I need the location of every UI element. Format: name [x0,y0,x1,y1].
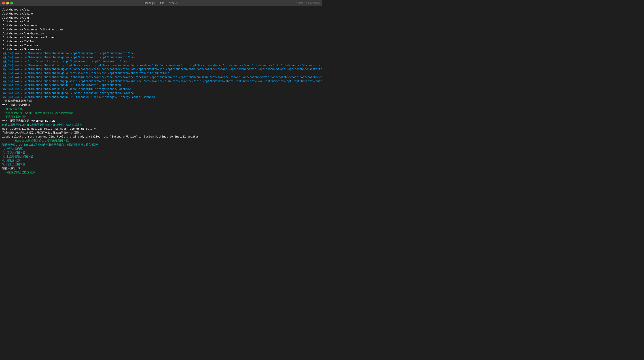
terminal-line: /opt/homebrew/share/zsh/site-functions [2,28,320,32]
terminal-line: /opt/homebrew/Cellar [2,40,320,44]
terminal-line: 如果需要Core、Cask、services的话，输入Y继续克隆 [2,111,320,116]
terminal-line: 你选择了阿里巴巴国内源 [2,171,320,175]
terminal-line: Homebrew已经安装成功，接下来配置国内源。 [2,139,320,143]
terminal-line: 请输入序号：5 [2,167,320,171]
minimize-button[interactable] [6,2,9,4]
terminal-line: 4、腾讯国内源 [2,159,320,163]
terminal-line: /opt/homebrew/Frameworks [2,48,320,52]
terminal-line: 1、中科大国内源 [2,147,320,151]
terminal-line: 2、清华大学国内源 [2,151,320,155]
terminal-line: /opt/homebrew/var/homebrew [2,32,320,36]
traffic-lights [2,2,13,4]
terminal-line: 运行代码 ==> /usr/bin/sudo /bin/mkdir -p /op… [2,64,320,68]
terminal-line: /opt/homebrew/Caskroom [2,44,320,48]
terminal-line: 运行代码 ==> /usr/bin/sudo /bin/chmod g+rwx … [2,92,320,96]
terminal-line: 运行代码 ==> /usr/bin/sudo /bin/chmod ug=rwx… [2,68,320,72]
terminal-line: ==> 创建brew的替身 [2,103,320,107]
terminal-line: 运行代码 ==> /usr/bin/sudo /bin/mkdir -p /Us… [2,88,320,92]
terminal-line: sed: /Users/lishanqiu/.zprofile: No such… [2,127,320,131]
terminal-line: brew下载完成。 [2,107,320,111]
watermark-text: CSDN Q:1356563120 [296,2,320,4]
terminal-line: ==> 配置国内镜像源 HOMEBREW BOTTLE [2,119,320,123]
title-bar: lishanqiu — -zsh — 202×55 CSDN Q:1356563… [0,0,322,6]
terminal-line: 运行代码 ==> /usr/bin/sudo /usr/sbin/chown l… [2,76,320,80]
close-button[interactable] [2,2,5,4]
terminal-content[interactable]: /opt/homebrew/sbin/opt/homebrew/share/op… [0,6,322,180]
terminal-line: 运行代码 ==> /usr/bin/sudo /bin/chmod go-w /… [2,72,320,76]
terminal-line: /opt/homebrew/share [2,12,320,16]
terminal-line: 运行代码 ==> /usr/bin/sudo /bin/chmod u+rwx … [2,52,320,56]
terminal-line: 不需要的回车跳过： [2,115,320,119]
terminal-line: /opt/homebrew/sbin [2,8,320,12]
terminal-line: 运行代码 ==> /usr/bin/sudo /usr/sbin/chgrp a… [2,80,320,84]
terminal-line: xcode-select: error: command line tools … [2,135,320,139]
terminal-line: /opt/homebrew/opt [2,20,320,24]
terminal-line: 运行代码 ==> /usr/sbin/chown lishanqiu /opt/… [2,60,320,64]
terminal-line: /opt/homebrew/var/homebrew/linked [2,36,320,40]
terminal-line: 运行代码 ==> /usr/bin/sudo /usr/sbin/chown -… [2,84,320,88]
terminal-window: lishanqiu — -zsh — 202×55 CSDN Q:1356563… [0,0,322,180]
terminal-line: 运行代码 ==> /usr/bin/sudo /bin/chmod g+rwx … [2,56,320,60]
terminal-line: 一依赖目录脚本运行完成 [2,99,320,103]
terminal-line: 运行代码 ==> /usr/bin/sudo /usr/sbin/chown -… [2,96,320,100]
terminal-line: 3、北京外国语大学国内源 [2,155,320,159]
terminal-line: /opt/homebrew/share/zsh [2,24,320,28]
terminal-line: 此处如果显示Password表示需要再次输入开机密码，输入完后回车 [2,123,320,127]
maximize-button[interactable] [10,2,13,4]
terminal-line: 5、阿里巴巴国内源 [2,163,320,167]
terminal-line: /opt/homebrew/var [2,16,320,20]
terminal-line: 有些电脑xcode和git混乱，再运行一次，此处如果有error正常。 [2,131,320,135]
terminal-line: 请选择今后brew install的时候访问那个国内镜像，例如阿里巴巴，输入5回… [2,143,320,147]
window-title: lishanqiu — -zsh — 202×55 [144,2,178,5]
